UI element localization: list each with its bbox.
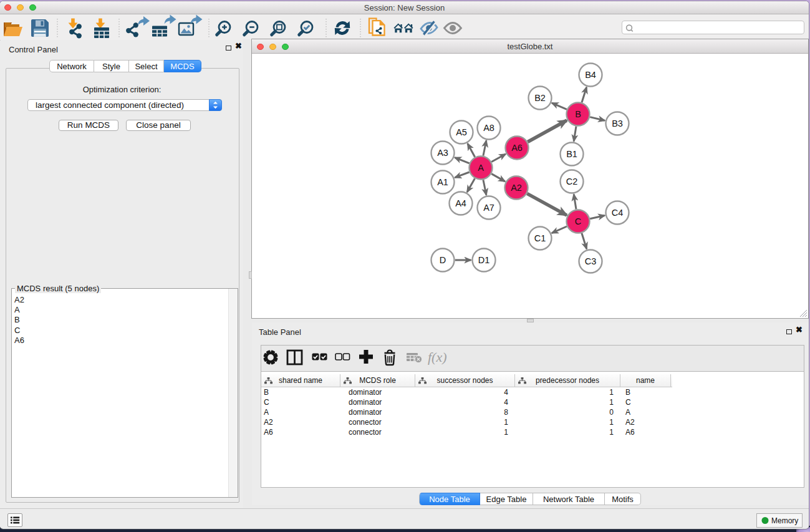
svg-text:C3: C3: [585, 256, 597, 266]
svg-text:B: B: [575, 109, 581, 119]
svg-text:A: A: [478, 163, 484, 173]
svg-text:C1: C1: [534, 233, 546, 243]
svg-text:C: C: [575, 216, 581, 226]
svg-text:B1: B1: [566, 149, 577, 159]
svg-text:D: D: [440, 255, 446, 265]
svg-text:D1: D1: [478, 255, 490, 265]
svg-text:A2: A2: [511, 183, 522, 193]
svg-text:A8: A8: [483, 123, 494, 133]
svg-text:A5: A5: [456, 127, 467, 137]
svg-text:A4: A4: [455, 198, 466, 208]
svg-text:C2: C2: [566, 177, 578, 186]
svg-text:A7: A7: [483, 203, 494, 213]
svg-text:A1: A1: [437, 177, 448, 187]
svg-text:C4: C4: [612, 208, 624, 218]
svg-text:B2: B2: [534, 93, 546, 103]
svg-text:B4: B4: [585, 70, 596, 80]
svg-text:A3: A3: [437, 148, 448, 158]
svg-text:A6: A6: [511, 143, 523, 153]
svg-text:B3: B3: [612, 118, 623, 128]
svg-text:f(x): f(x): [428, 349, 447, 365]
